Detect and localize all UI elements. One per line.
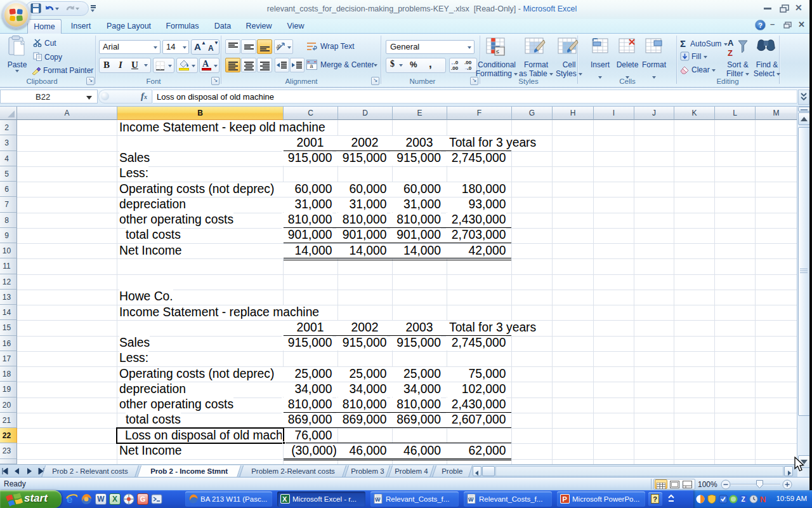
svg-text:a: a bbox=[310, 63, 313, 69]
svg-text:X: X bbox=[282, 495, 287, 503]
svg-text:W: W bbox=[468, 497, 474, 503]
svg-text:Z: Z bbox=[742, 496, 745, 503]
svg-text:N: N bbox=[760, 495, 766, 504]
svg-text:P: P bbox=[563, 495, 567, 503]
svg-text:Z: Z bbox=[728, 48, 733, 57]
svg-text:ab: ab bbox=[276, 43, 283, 51]
svg-text:A: A bbox=[728, 38, 734, 48]
svg-text:≤: ≤ bbox=[496, 48, 499, 55]
svg-text:W: W bbox=[375, 497, 381, 503]
